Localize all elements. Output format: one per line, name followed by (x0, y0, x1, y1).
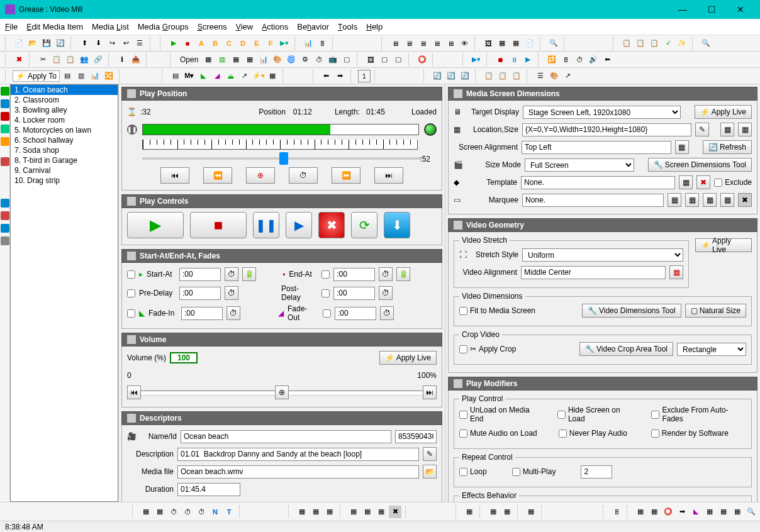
tb2-10[interactable]: 📺 (327, 53, 339, 66)
form1-icon[interactable]: 📋 (620, 37, 633, 50)
exclude-checkbox[interactable] (714, 179, 722, 187)
marker-button[interactable]: ⊕ (246, 167, 275, 184)
save-icon[interactable]: 💾 (40, 37, 53, 50)
bt-10[interactable]: ▦ (361, 506, 374, 518)
fadeout-timer-icon[interactable]: ⏱ (380, 306, 394, 320)
list-icon[interactable]: ☰ (133, 37, 146, 50)
tmpl-pick-icon[interactable]: ▦ (679, 175, 693, 189)
t3-1[interactable]: ▤ (169, 70, 182, 82)
bt-17[interactable]: ▦ (634, 506, 647, 518)
paste-icon[interactable]: 📋 (64, 53, 77, 66)
screen-align-input[interactable] (522, 141, 671, 154)
bt-14[interactable]: ▦ (501, 506, 513, 518)
marq-3-icon[interactable]: ▦ (703, 193, 717, 207)
progress-bar[interactable] (142, 124, 419, 135)
refresh-button[interactable]: 🔄 Refresh (703, 140, 752, 154)
form2-icon[interactable]: 📋 (634, 37, 647, 50)
bt-t[interactable]: T (223, 506, 235, 518)
playlist-icon[interactable]: ▶▾ (278, 37, 291, 50)
at-3[interactable]: 📊 (89, 70, 101, 82)
list-item[interactable]: 8. T-bird in Garage (11, 155, 118, 165)
grid2-icon[interactable]: ▦ (510, 37, 522, 50)
nav-left-icon[interactable]: ⬅ (320, 70, 333, 82)
predelay-input[interactable] (179, 287, 221, 300)
back-icon[interactable]: ⬅ (601, 53, 613, 66)
form3-icon[interactable]: 📋 (648, 37, 661, 50)
bt-21[interactable]: ◣ (690, 506, 702, 518)
down-icon[interactable]: ⬇ (92, 37, 104, 50)
t3-15[interactable]: 🎨 (548, 70, 561, 82)
postdelay-checkbox[interactable] (321, 289, 330, 297)
tb2-15[interactable]: ⭕ (416, 53, 428, 66)
list-item[interactable]: 2. Classroom (11, 95, 118, 105)
natural-size-button[interactable]: ▢ Natural Size (685, 304, 746, 318)
screen3-icon[interactable]: 🖥 (416, 37, 429, 50)
goto-end-button[interactable]: ⏭ (374, 167, 403, 184)
play-button[interactable]: ▶ (127, 212, 184, 238)
tb2-14[interactable]: ▢ (392, 53, 405, 66)
cut-icon[interactable]: ✂ (36, 53, 49, 66)
marq-del-icon[interactable]: ✖ (738, 193, 752, 207)
end-at-timer-icon[interactable]: ⏱ (379, 267, 393, 281)
t3-16[interactable]: ↗ (562, 70, 574, 82)
group-c[interactable]: C (223, 37, 235, 50)
export-icon[interactable]: 📤 (130, 53, 142, 66)
tb2-12[interactable]: 🖼 (364, 53, 377, 66)
bt-11[interactable]: ▦ (375, 506, 388, 518)
bt-25[interactable]: 🔍 (745, 506, 757, 518)
media-list[interactable]: 1. Ocean beach 2. Classroom 3. Bowling a… (10, 84, 118, 502)
target-display-select[interactable]: Stage Screen Left, 1920x1080 (523, 106, 681, 119)
fadeout-checkbox[interactable] (323, 309, 331, 318)
play2-icon[interactable]: ▶▾ (470, 53, 483, 66)
fadein-input[interactable] (181, 307, 223, 320)
marq-1-icon[interactable]: ▦ (668, 193, 681, 207)
stop-button[interactable]: ■ (190, 212, 247, 238)
find-icon[interactable]: 🔍 (700, 37, 712, 50)
step-button[interactable]: ▶ (286, 212, 312, 238)
info-icon[interactable]: ℹ (116, 53, 128, 66)
vol-end-button[interactable]: ⏭ (423, 385, 437, 399)
strip-flash-icon[interactable] (1, 137, 9, 146)
stretch-style-select[interactable]: Uniform (522, 248, 683, 262)
copy-icon[interactable]: 📋 (50, 53, 63, 66)
multi-value-input[interactable] (581, 465, 612, 479)
timer-button[interactable]: ⏱ (289, 167, 318, 184)
list-item[interactable]: 7. Soda shop (11, 145, 118, 155)
bt-3[interactable]: ⏱ (167, 506, 180, 518)
t3-3[interactable]: ◢ (211, 70, 223, 82)
screen2-icon[interactable]: 🖥 (403, 37, 415, 50)
play-icon[interactable]: ▶ (167, 37, 180, 50)
start-at-checkbox[interactable] (127, 270, 135, 279)
strip-pause-icon[interactable] (1, 99, 9, 108)
unload-checkbox[interactable] (459, 411, 467, 419)
end-at-batt-icon[interactable]: 🔋 (396, 267, 410, 281)
bt-4[interactable]: ⏱ (181, 506, 194, 518)
menu-tools[interactable]: Tools (338, 22, 357, 31)
strip-stop-icon[interactable] (1, 112, 9, 121)
bt-9[interactable]: ▦ (347, 506, 360, 518)
excl-checkbox[interactable] (651, 411, 659, 419)
bt-x[interactable]: ✖ (389, 506, 401, 518)
menu-view[interactable]: View (236, 22, 254, 31)
bt-12[interactable]: ▦ (463, 506, 476, 518)
t3-9[interactable]: 🔄 (445, 70, 457, 82)
view-icon[interactable]: 🔍 (547, 37, 560, 50)
strip-a-icon[interactable] (1, 199, 9, 208)
strip-x-icon[interactable] (1, 157, 9, 166)
check-icon[interactable]: ✓ (662, 37, 674, 50)
t3-2[interactable]: ◣ (197, 70, 210, 82)
list-item[interactable]: 1. Ocean beach (11, 85, 118, 95)
stop-icon[interactable]: ■ (181, 37, 194, 50)
name-input[interactable] (181, 430, 391, 443)
strip-loop-icon[interactable] (1, 125, 9, 133)
indent-icon[interactable]: ↪ (106, 37, 118, 50)
crop-tool-button[interactable]: 🔧 Video Crop Area Tool (579, 342, 673, 356)
maximize-button[interactable]: ☐ (697, 0, 726, 19)
marq-2-icon[interactable]: ▦ (685, 193, 699, 207)
refresh-icon[interactable]: 🔄 (54, 37, 67, 50)
screen4-icon[interactable]: 🖥 (430, 37, 443, 50)
bt-8[interactable]: ▦ (323, 506, 336, 518)
outdent-icon[interactable]: ↩ (120, 37, 132, 50)
up-icon[interactable]: ⬆ (78, 37, 91, 50)
vol-start-button[interactable]: ⏮ (127, 385, 141, 399)
